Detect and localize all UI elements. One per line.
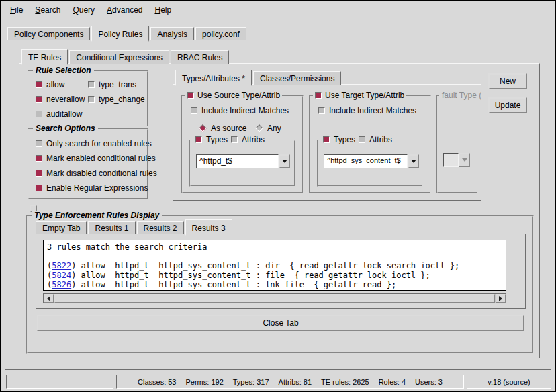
checkbox-target-types[interactable]: Types bbox=[323, 135, 355, 144]
checkbox-neverallow[interactable]: neverallow bbox=[36, 95, 85, 104]
sub-tabrow: TE Rules Conditional Expressions RBAC Ru… bbox=[21, 49, 230, 64]
radio-label: Any bbox=[267, 124, 281, 133]
checkbox-source-include-indirect[interactable]: Include Indirect Matches bbox=[191, 106, 289, 115]
checkbox-label: auditallow bbox=[46, 109, 82, 119]
source-type-value[interactable]: ^httpd_t$ bbox=[196, 154, 279, 168]
checkbox-source-types[interactable]: Types bbox=[195, 135, 228, 144]
tab-results-2[interactable]: Results 2 bbox=[137, 221, 184, 234]
checkbox-type-change[interactable]: type_change bbox=[88, 95, 145, 104]
chevron-down-icon[interactable] bbox=[408, 154, 419, 168]
target-types-attribs-frame: Types Attribs ^httpd_sys_content_t$ bbox=[317, 140, 423, 187]
rule-text: allow httpd_t httpd_sys_content_t : file… bbox=[76, 271, 430, 280]
default-type-value bbox=[443, 153, 459, 167]
arrow-left-icon bbox=[47, 296, 50, 301]
tab-types-attributes[interactable]: Types/Attributes * bbox=[175, 70, 252, 86]
rules-display-frame: Type Enforcement Rules Display Empty Tab… bbox=[26, 215, 534, 354]
tab-analysis[interactable]: Analysis bbox=[150, 27, 194, 40]
tab-conditional-expressions[interactable]: Conditional Expressions bbox=[69, 50, 169, 64]
checkbox-type-trans[interactable]: type_trans bbox=[88, 80, 136, 89]
new-button[interactable]: New bbox=[488, 73, 527, 89]
checkbox-icon bbox=[318, 107, 325, 114]
tab-te-rules[interactable]: TE Rules bbox=[21, 49, 68, 65]
stat-roles: Roles: 4 bbox=[379, 378, 406, 386]
checkbox-use-source-type[interactable]: Use Source Type/Attrib bbox=[185, 91, 282, 100]
radio-any[interactable]: Any bbox=[255, 124, 281, 133]
menu-query[interactable]: Query bbox=[66, 3, 101, 17]
rule-number-link[interactable]: 5822 bbox=[52, 261, 71, 271]
blank-line bbox=[47, 252, 502, 261]
tab-rbac-rules[interactable]: RBAC Rules bbox=[171, 50, 229, 64]
tab-policy-components[interactable]: Policy Components bbox=[7, 27, 90, 40]
checkbox-label: Types bbox=[206, 135, 228, 144]
combobox-dropdown-button[interactable] bbox=[279, 154, 290, 168]
statusbar-stats: Classes: 53 Perms: 192 Types: 317 Attrib… bbox=[116, 375, 464, 389]
rule-line: (5824) allow httpd_t httpd_sys_content_t… bbox=[47, 271, 502, 280]
menu-help[interactable]: Help bbox=[148, 3, 177, 17]
stat-users: Users: 3 bbox=[415, 378, 443, 386]
rule-text: allow httpd_t httpd_sys_content_t : dir … bbox=[76, 261, 459, 271]
checkbox-icon bbox=[315, 92, 322, 99]
checkbox-label: Attribs bbox=[242, 135, 265, 144]
chevron-down-icon bbox=[282, 160, 287, 163]
rule-text: allow httpd_t httpd_sys_content_t : lnk_… bbox=[76, 280, 396, 289]
source-type-frame: Use Source Type/Attrib Include Indirect … bbox=[181, 95, 304, 193]
checkbox-label: Include Indirect Matches bbox=[201, 106, 289, 115]
scrollbar-thumb[interactable] bbox=[54, 294, 495, 303]
source-types-attribs-header: Types Attribs bbox=[193, 135, 267, 144]
checkbox-allow[interactable]: allow bbox=[36, 80, 64, 89]
tab-policy-rules[interactable]: Policy Rules bbox=[91, 26, 149, 42]
update-button[interactable]: Update bbox=[488, 97, 527, 113]
scroll-left-button[interactable] bbox=[44, 294, 54, 303]
checkbox-label: Types bbox=[334, 135, 355, 144]
te-rules-panel: Rule Selection allow neverallow auditall… bbox=[19, 63, 540, 358]
menu-advanced[interactable]: Advanced bbox=[101, 3, 148, 17]
horizontal-scrollbar[interactable] bbox=[43, 293, 506, 303]
target-type-value[interactable]: ^httpd_sys_content_t$ bbox=[324, 154, 408, 168]
rules-display-title: Type Enforcement Rules Display bbox=[32, 211, 162, 220]
checkbox-target-attribs[interactable]: Attribs bbox=[359, 135, 392, 144]
stat-te-rules: TE rules: 2625 bbox=[321, 378, 369, 386]
checkbox-source-attribs[interactable]: Attribs bbox=[231, 135, 265, 144]
checkbox-mark-disabled-conditional[interactable]: Mark disabled conditional rules bbox=[36, 168, 157, 178]
menubar: File Search Query Advanced Help bbox=[1, 1, 555, 20]
checkbox-icon bbox=[36, 140, 42, 147]
main-tabrow: Policy Components Policy Rules Analysis … bbox=[7, 26, 248, 40]
checkbox-label: Use Source Type/Attrib bbox=[197, 91, 280, 100]
checkbox-label: Mark disabled conditional rules bbox=[46, 168, 157, 178]
search-options-frame: Search Options Only search for enabled r… bbox=[28, 128, 148, 199]
checkbox-target-include-indirect[interactable]: Include Indirect Matches bbox=[318, 106, 416, 115]
tab-policy-conf[interactable]: policy.conf bbox=[195, 27, 246, 40]
tab-results-3[interactable]: Results 3 bbox=[185, 219, 232, 236]
results-textarea[interactable]: 3 rules match the search criteria (5822)… bbox=[43, 240, 506, 291]
stat-attribs: Attribs: 81 bbox=[279, 378, 312, 386]
source-type-combobox[interactable]: ^httpd_t$ bbox=[196, 154, 290, 168]
tab-results-1[interactable]: Results 1 bbox=[88, 221, 135, 234]
radio-label: As source bbox=[211, 124, 246, 133]
close-tab-button[interactable]: Close Tab bbox=[37, 315, 524, 331]
checkbox-label: Only search for enabled rules bbox=[46, 139, 152, 148]
default-type-title: fault Type (Disa bbox=[439, 91, 481, 100]
target-type-combobox[interactable]: ^httpd_sys_content_t$ bbox=[324, 154, 419, 168]
checkbox-use-target-type[interactable]: Use Target Type/Attrib bbox=[313, 91, 406, 100]
checkbox-icon bbox=[231, 136, 238, 143]
checkbox-icon bbox=[195, 136, 202, 143]
checkbox-label: Use Target Type/Attrib bbox=[325, 91, 404, 100]
checkbox-mark-enabled-conditional[interactable]: Mark enabled conditional rules bbox=[36, 154, 156, 163]
search-options-title: Search Options bbox=[33, 124, 98, 133]
rule-number-link[interactable]: 5826 bbox=[52, 280, 71, 289]
menu-file[interactable]: File bbox=[4, 3, 29, 17]
radio-icon bbox=[255, 124, 263, 132]
checkbox-icon bbox=[88, 81, 95, 88]
checkbox-enable-regex[interactable]: Enable Regular Expressions bbox=[36, 183, 148, 193]
checkbox-only-enabled-rules[interactable]: Only search for enabled rules bbox=[36, 139, 152, 148]
tab-classes-permissions[interactable]: Classes/Permissions bbox=[253, 71, 341, 85]
radio-as-source[interactable]: As source bbox=[199, 124, 246, 133]
scroll-right-button[interactable] bbox=[496, 294, 506, 303]
checkbox-icon bbox=[88, 96, 95, 103]
checkbox-auditallow[interactable]: auditallow bbox=[36, 109, 82, 119]
menu-search[interactable]: Search bbox=[29, 3, 66, 17]
rule-number-link[interactable]: 5824 bbox=[52, 271, 71, 280]
tab-empty[interactable]: Empty Tab bbox=[36, 221, 87, 234]
checkbox-icon bbox=[191, 107, 197, 114]
stat-perms: Perms: 192 bbox=[186, 378, 224, 386]
